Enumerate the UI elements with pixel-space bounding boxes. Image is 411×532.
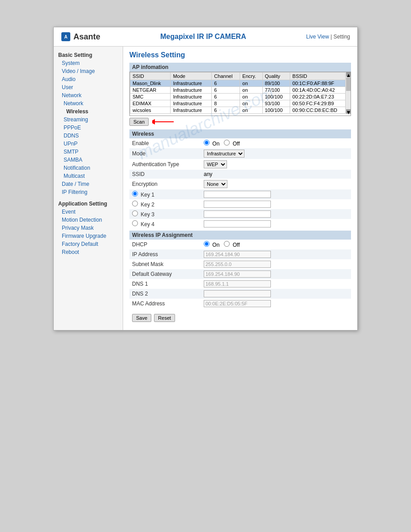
ap-table-header-row: SSID Mode Channel Encry. Quality BSSID [130,73,351,80]
col-channel: Channel [212,73,240,80]
wireless-section-bar: Wireless [129,129,351,138]
ap-table-wrapper: SSID Mode Channel Encry. Quality BSSID M… [129,72,351,116]
sidebar-item-factory-default[interactable]: Factory Default [54,240,123,248]
dhcp-on-radio[interactable] [204,241,210,247]
sidebar-item-privacy-mask[interactable]: Privacy Mask [54,224,123,232]
sidebar-item-ddns[interactable]: DDNS [62,132,123,140]
key2-input[interactable] [204,201,271,208]
sidebar-item-network-sub[interactable]: Network [62,99,123,107]
reset-button[interactable]: Reset [154,314,175,322]
ap-cell-ssid: EDIMAX [130,100,171,107]
ap-cell-encry: on [240,100,262,107]
gateway-input[interactable] [204,270,271,278]
enable-on-radio[interactable] [204,140,210,146]
sidebar-item-network[interactable]: Network [54,91,123,99]
scan-row: Scan [129,118,351,126]
dns1-input[interactable] [204,280,271,287]
sidebar-item-pppoe[interactable]: PPPoE [62,124,123,132]
ip-assignment-bar: Wireless IP Assignment [129,231,351,240]
subnet-input-cell [201,259,351,269]
sidebar-item-ip-filtering[interactable]: IP Filtering [54,188,123,196]
subnet-label: Subnet Mask [129,259,201,269]
sidebar-item-motion-detection[interactable]: Motion Detection [54,216,123,224]
sidebar-item-user[interactable]: User [54,83,123,91]
enable-row: Enable On Off [129,138,351,148]
dhcp-off-radio[interactable] [224,241,230,247]
live-view-link[interactable]: Live View [306,34,329,40]
sidebar-item-samba[interactable]: SAMBA [62,156,123,164]
header-nav: Live View | Setting [306,34,350,40]
mode-row: Mode Infrastructure [129,148,351,159]
ap-cell-channel: 6 [212,87,240,94]
ap-cell-mode: Infrastructure [171,87,212,94]
sidebar-item-system[interactable]: System [54,59,123,67]
header: A Asante Megapixel IR IP CAMERA Live Vie… [54,27,357,47]
save-button[interactable]: Save [132,314,151,322]
ap-table-row[interactable]: Mason_DlinkInfrastructure6on89/10000:1C:… [130,80,351,87]
sidebar-item-firmware-upgrade[interactable]: Firmware Upgrade [54,232,123,240]
key1-radio[interactable] [132,191,138,197]
ap-cell-quality: 77/100 [262,87,290,94]
ap-section-bar: AP infomation [129,63,351,72]
dhcp-row: DHCP On Off [129,240,351,249]
ap-table-row[interactable]: EDIMAXInfrastructure8on93/10000:50:FC:F4… [130,100,351,107]
wireless-subsection-title: Wireless [62,107,123,116]
ap-table-row[interactable]: NETGEARInfrastructure6on77/10000:1A:4D:0… [130,87,351,94]
key4-cell: Key 4 [129,219,201,229]
asante-logo-icon: A [61,32,71,42]
scrollbar-down[interactable]: ▼ [346,109,351,114]
key3-row: Key 3 [129,209,351,219]
ap-cell-channel: 6 [212,80,240,87]
ap-cell-encry: on [240,80,262,87]
key3-input[interactable] [204,210,271,218]
sidebar-item-upnp[interactable]: UPnP [62,140,123,148]
mac-input[interactable] [204,300,271,307]
scrollbar-up[interactable]: ▲ [346,72,351,77]
sidebar-item-smtp[interactable]: SMTP [62,148,123,156]
sidebar-item-reboot[interactable]: Reboot [54,248,123,256]
sidebar-item-multicast[interactable]: Multicast [62,172,123,180]
dhcp-label: DHCP [129,240,201,249]
sidebar-item-event[interactable]: Event [54,208,123,216]
main-layout: Basic Setting System Video / Image Audio… [54,47,357,330]
key2-radio[interactable] [132,201,138,206]
scan-button[interactable]: Scan [129,118,149,126]
ap-cell-ssid: wicsoles [130,107,171,114]
key4-label: Key 4 [141,221,154,227]
subnet-row: Subnet Mask [129,259,351,269]
key2-input-cell [201,199,351,209]
ap-table-row[interactable]: wicsolesInfrastructure6on100/10000:90:CC… [130,107,351,114]
ap-scrollbar[interactable]: ▲ ▼ [345,72,351,114]
ip-input[interactable] [204,251,271,258]
dns2-input[interactable] [204,290,271,297]
ip-label: IP Address [129,249,201,259]
auth-type-select[interactable]: WEP [204,160,227,168]
enable-off-radio[interactable] [224,140,230,146]
enable-label: Enable [129,138,201,148]
sidebar-item-video-image[interactable]: Video / Image [54,67,123,75]
ap-cell-ssid: Mason_Dlink [130,80,171,87]
mode-select[interactable]: Infrastructure [204,150,244,158]
subnet-input[interactable] [204,261,271,268]
key4-input[interactable] [204,220,271,227]
ssid-label: SSID [129,170,201,179]
key4-radio[interactable] [132,220,138,226]
main-window: A Asante Megapixel IR IP CAMERA Live Vie… [53,27,358,330]
ap-cell-bssid: 00:1A:4D:0C:A0:42 [290,87,351,94]
sidebar-item-audio[interactable]: Audio [54,75,123,83]
key2-label: Key 2 [141,202,154,208]
sidebar-item-notification[interactable]: Notification [62,164,123,172]
mode-label: Mode [129,148,201,159]
encryption-row: Encryption None [129,179,351,189]
key3-radio[interactable] [132,210,138,216]
sidebar-item-datetime[interactable]: Date / Time [54,180,123,188]
sidebar-item-streaming[interactable]: Streaming [62,116,123,124]
key1-input[interactable] [204,191,271,198]
ap-cell-bssid: 00:1C:F0:AF:88:9F [290,80,351,87]
ap-table-row[interactable]: SMCInfrastructure6on100/10000:22:2D:0A:E… [130,94,351,100]
dns1-row: DNS 1 [129,279,351,289]
dhcp-off-label: Off [233,242,240,248]
encryption-select[interactable]: None [204,180,227,188]
enable-controls: On Off [201,138,351,148]
scrollbar-thumb[interactable] [346,77,351,91]
